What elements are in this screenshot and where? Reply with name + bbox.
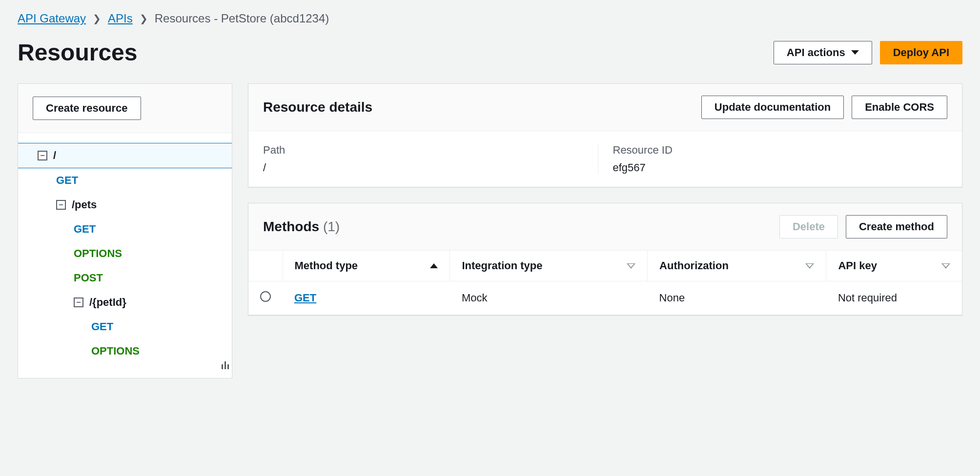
- sort-icon: [805, 263, 814, 269]
- path-label: Path: [263, 144, 583, 157]
- deploy-api-button[interactable]: Deploy API: [880, 41, 962, 64]
- column-method-type[interactable]: Method type: [283, 251, 450, 281]
- methods-title: Methods (1): [263, 219, 340, 235]
- tree-node-label: /: [53, 149, 56, 162]
- tree-method-get[interactable]: GET: [18, 217, 232, 241]
- column-label: Authorization: [659, 259, 729, 272]
- tree-method-options[interactable]: OPTIONS: [18, 241, 232, 266]
- column-api-key[interactable]: API key: [826, 251, 962, 281]
- column-label: Method type: [295, 259, 358, 272]
- resource-id-label: Resource ID: [613, 144, 933, 157]
- path-value: /: [263, 161, 583, 174]
- collapse-icon[interactable]: −: [38, 151, 47, 160]
- delete-method-button: Delete: [779, 215, 838, 238]
- tree-node-label: /{petId}: [89, 296, 126, 309]
- column-label: Integration type: [462, 259, 542, 272]
- api-key-cell: Not required: [826, 281, 962, 315]
- sort-ascending-icon: [430, 263, 438, 268]
- methods-title-text: Methods: [263, 219, 319, 234]
- tree-method-post[interactable]: POST: [18, 266, 232, 290]
- tree-node-root[interactable]: − /: [18, 143, 232, 168]
- resource-id-value: efg567: [613, 161, 933, 174]
- resource-tree-sidebar: Create resource − / GET − /pets GET OPTI…: [18, 83, 232, 378]
- table-row[interactable]: GET Mock None Not required: [248, 281, 962, 315]
- collapse-icon[interactable]: −: [56, 200, 66, 210]
- tree-method-get[interactable]: GET: [18, 315, 232, 339]
- sort-icon: [941, 263, 950, 269]
- column-label: API key: [838, 259, 877, 272]
- column-authorization[interactable]: Authorization: [648, 251, 826, 281]
- chevron-right-icon: ❯: [140, 13, 148, 24]
- api-actions-button[interactable]: API actions: [774, 41, 872, 64]
- tree-node-petid[interactable]: − /{petId}: [18, 290, 232, 315]
- collapse-icon[interactable]: −: [74, 298, 83, 307]
- resource-details-panel: Resource details Update documentation En…: [248, 83, 962, 187]
- column-integration-type[interactable]: Integration type: [450, 251, 648, 281]
- resize-handle-icon[interactable]: [222, 361, 229, 369]
- breadcrumb-apis[interactable]: APIs: [108, 12, 133, 25]
- breadcrumb-current: Resources - PetStore (abcd1234): [155, 12, 329, 25]
- enable-cors-button[interactable]: Enable CORS: [852, 96, 947, 119]
- create-method-button[interactable]: Create method: [846, 215, 947, 238]
- api-actions-label: API actions: [787, 46, 845, 59]
- tree-node-pets[interactable]: − /pets: [18, 193, 232, 217]
- sort-icon: [627, 263, 635, 269]
- integration-cell: Mock: [450, 281, 648, 315]
- caret-down-icon: [851, 50, 859, 55]
- row-radio[interactable]: [260, 291, 271, 302]
- update-documentation-button[interactable]: Update documentation: [701, 96, 844, 119]
- breadcrumb-api-gateway[interactable]: API Gateway: [18, 12, 86, 25]
- resource-details-title: Resource details: [263, 99, 372, 115]
- create-resource-button[interactable]: Create resource: [33, 97, 141, 120]
- methods-table: Method type Integration type: [248, 251, 962, 315]
- tree-method-get[interactable]: GET: [18, 168, 232, 193]
- page-title: Resources: [18, 39, 137, 66]
- method-link[interactable]: GET: [294, 292, 316, 304]
- tree-node-label: /pets: [72, 198, 97, 211]
- column-select: [248, 251, 283, 281]
- chevron-right-icon: ❯: [93, 13, 101, 24]
- authorization-cell: None: [648, 281, 826, 315]
- methods-count: (1): [323, 219, 340, 234]
- tree-method-options[interactable]: OPTIONS: [18, 339, 232, 363]
- breadcrumb: API Gateway ❯ APIs ❯ Resources - PetStor…: [18, 12, 962, 25]
- methods-panel: Methods (1) Delete Create method: [248, 203, 962, 316]
